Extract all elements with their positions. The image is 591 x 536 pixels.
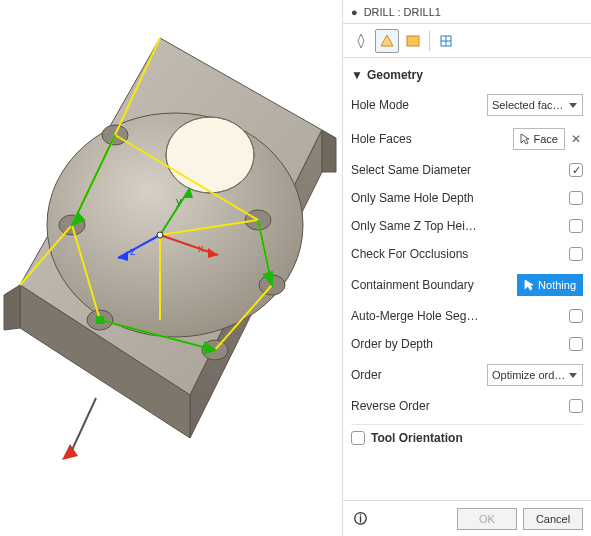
cancel-button[interactable]: Cancel	[523, 508, 583, 530]
label-reverse-order: Reverse Order	[351, 399, 481, 413]
pointer-icon	[520, 133, 530, 145]
row-check-occlusions: Check For Occlusions	[351, 240, 583, 268]
tab-divider	[429, 31, 430, 51]
tab-geometry-icon[interactable]	[375, 29, 399, 53]
label-order-by-depth: Order by Depth	[351, 337, 481, 351]
axis-x-label: x	[198, 242, 204, 254]
label-check-occlusions: Check For Occlusions	[351, 247, 481, 261]
row-hole-mode: Hole Mode Selected fac…	[351, 88, 583, 122]
ok-button[interactable]: OK	[457, 508, 517, 530]
svg-rect-27	[407, 36, 419, 46]
row-hole-faces: Hole Faces Face ✕	[351, 122, 583, 156]
checkbox-only-same-z-top[interactable]	[569, 219, 583, 233]
svg-marker-25	[62, 444, 78, 460]
panel-title: DRILL : DRILL1	[364, 6, 441, 18]
panel-footer: ⓘ OK Cancel	[343, 500, 591, 536]
checkbox-select-same-diameter[interactable]	[569, 163, 583, 177]
label-hole-faces: Hole Faces	[351, 132, 467, 146]
row-reverse-order: Reverse Order	[351, 392, 583, 420]
tab-tool-icon[interactable]	[349, 29, 373, 53]
label-containment-boundary: Containment Boundary	[351, 278, 481, 292]
svg-line-26	[72, 398, 96, 450]
tab-cycle-icon[interactable]	[434, 29, 458, 53]
tab-heights-icon[interactable]	[401, 29, 425, 53]
viewport-3d[interactable]: x y z	[0, 0, 342, 536]
select-hole-mode[interactable]: Selected fac…	[487, 94, 583, 116]
checkbox-only-same-hole-depth[interactable]	[569, 191, 583, 205]
svg-marker-1	[322, 130, 336, 172]
label-select-same-diameter: Select Same Diameter	[351, 163, 481, 177]
panel-header: ● DRILL : DRILL1	[343, 0, 591, 24]
pointer-icon	[524, 279, 534, 291]
label-auto-merge: Auto-Merge Hole Segmen…	[351, 309, 481, 323]
label-only-same-hole-depth: Only Same Hole Depth	[351, 191, 481, 205]
row-containment-boundary: Containment Boundary Nothing	[351, 268, 583, 302]
svg-point-24	[157, 232, 163, 238]
chip-containment-boundary[interactable]: Nothing	[517, 274, 583, 296]
svg-rect-17	[96, 316, 104, 324]
row-order: Order Optimize ord…	[351, 358, 583, 392]
checkbox-auto-merge[interactable]	[569, 309, 583, 323]
label-only-same-z-top: Only Same Z Top Height	[351, 219, 481, 233]
label-hole-mode: Hole Mode	[351, 98, 481, 112]
info-icon[interactable]: ⓘ	[351, 510, 369, 528]
label-order: Order	[351, 368, 481, 382]
axis-z-label: z	[130, 245, 136, 257]
row-only-same-z-top: Only Same Z Top Height	[351, 212, 583, 240]
tool-orientation-section[interactable]: Tool Orientation	[351, 424, 583, 451]
back-icon[interactable]: ●	[351, 6, 358, 18]
row-select-same-diameter: Select Same Diameter	[351, 156, 583, 184]
row-only-same-hole-depth: Only Same Hole Depth	[351, 184, 583, 212]
row-order-by-depth: Order by Depth	[351, 330, 583, 358]
checkbox-check-occlusions[interactable]	[569, 247, 583, 261]
panel-tabs	[343, 24, 591, 58]
axis-y-label: y	[176, 195, 182, 207]
tool-direction-indicator[interactable]	[62, 398, 96, 460]
chip-hole-faces[interactable]: Face	[513, 128, 565, 150]
checkbox-order-by-depth[interactable]	[569, 337, 583, 351]
clear-hole-faces-icon[interactable]: ✕	[569, 132, 583, 146]
svg-marker-0	[4, 285, 20, 330]
chevron-down-icon: ▼	[351, 68, 363, 82]
select-order[interactable]: Optimize ord…	[487, 364, 583, 386]
drill-properties-panel: ● DRILL : DRILL1 ▼ Geometry Hole Mode Se…	[342, 0, 591, 536]
geometry-section-title[interactable]: ▼ Geometry	[351, 62, 583, 88]
checkbox-tool-orientation[interactable]	[351, 431, 365, 445]
checkbox-reverse-order[interactable]	[569, 399, 583, 413]
row-auto-merge: Auto-Merge Hole Segmen…	[351, 302, 583, 330]
geometry-section-body: ▼ Geometry Hole Mode Selected fac… Hole …	[343, 58, 591, 500]
